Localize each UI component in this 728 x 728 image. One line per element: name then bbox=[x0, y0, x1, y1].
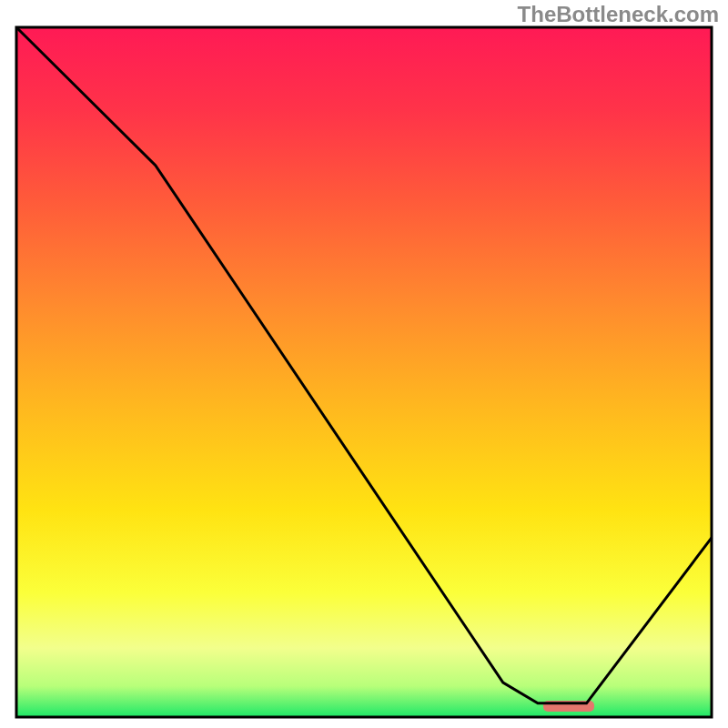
chart-svg bbox=[0, 0, 728, 728]
chart-container: TheBottleneck.com bbox=[0, 0, 728, 728]
